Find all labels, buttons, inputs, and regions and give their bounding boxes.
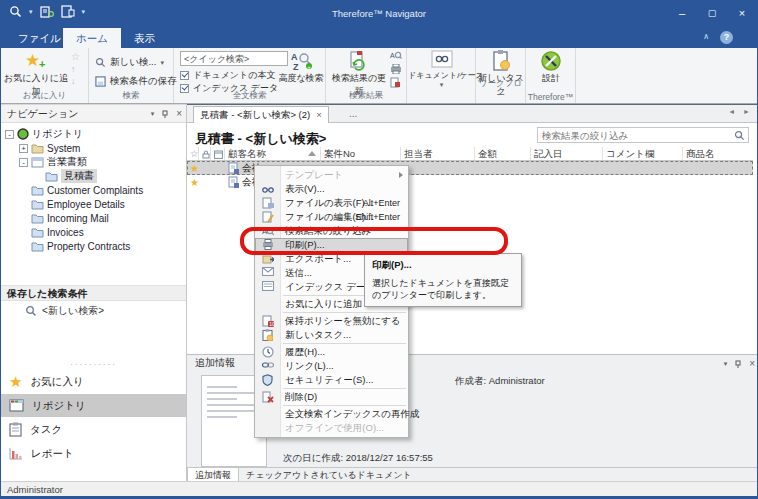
tree-item-sales-docs[interactable]: - 営業書類	[1, 155, 186, 169]
search-icon[interactable]	[734, 130, 745, 141]
saved-search-new[interactable]: <新しい検索>	[1, 303, 186, 318]
minimize-button[interactable]: –	[667, 1, 697, 25]
folder-icon	[31, 143, 44, 154]
nav-button-favorites[interactable]: ★ お気に入り	[1, 370, 186, 393]
tree-item-property-contracts[interactable]: Property Contracts	[1, 239, 186, 253]
menu-item-edit-file[interactable]: ファイルの編集(E)...Shift+Enter	[255, 210, 408, 224]
ribbon-group-workflow: 新しいタスク ワークフロー	[476, 48, 526, 103]
filter-input[interactable]	[538, 128, 728, 142]
menu-item-delete[interactable]: 削除(D)	[255, 390, 408, 404]
panel-tab-additional-info[interactable]: 追加情報	[187, 468, 239, 482]
tree-item-customer-complaints[interactable]: Customer Complaints	[1, 183, 186, 197]
svg-text:+: +	[307, 64, 311, 70]
tab-view[interactable]: 表示	[121, 28, 168, 48]
file-edit-icon	[262, 211, 274, 223]
nav-button-reports[interactable]: レポート	[1, 442, 186, 465]
folder-icon	[45, 171, 58, 182]
panel-splitter[interactable]: ··········	[1, 360, 186, 369]
retention-policy-icon: 10	[262, 315, 274, 327]
report-chart-icon	[9, 447, 23, 460]
nav-button-repository[interactable]: リポジトリ	[1, 394, 186, 417]
menu-item-view[interactable]: 表示(V)...	[255, 182, 408, 196]
menu-item-use-offline[interactable]: オフラインで使用(O)...	[255, 421, 408, 435]
menu-item-link[interactable]: リンク(L)...	[255, 359, 408, 373]
clipboard-icon	[9, 422, 22, 437]
collapse-ribbon-icon[interactable]: ∧	[703, 32, 709, 41]
submenu-arrow-icon	[399, 172, 403, 178]
tree-item-quotation[interactable]: 見積書	[1, 169, 186, 183]
column-product[interactable]: 商品名	[683, 147, 753, 160]
column-date[interactable]	[211, 147, 225, 160]
category-icon	[31, 157, 44, 168]
close-panel-icon[interactable]: ×	[176, 105, 182, 123]
menu-item-new-task[interactable]: 新しいタスク...	[255, 328, 408, 342]
ribbon-group-fulltext: ドキュメントの本文 インデックス データ AZ+ 高度な検索 全文検索	[174, 48, 326, 103]
pin-icon[interactable]	[734, 360, 742, 369]
tree-item-employee-details[interactable]: Employee Details	[1, 197, 186, 211]
column-case-no[interactable]: 案件No	[321, 147, 401, 160]
tree-item-incoming-mail[interactable]: Incoming Mail	[1, 211, 186, 225]
move-down-icon[interactable]: ↓	[71, 76, 80, 86]
print-results-icon[interactable]	[390, 64, 402, 74]
tab-home[interactable]: ホーム	[63, 28, 121, 48]
column-comment[interactable]: コメント欄	[603, 147, 683, 160]
panel-dropdown-icon[interactable]: ▾	[724, 356, 728, 372]
close-tab-icon[interactable]: ×	[316, 107, 322, 123]
column-entry-date[interactable]: 記入日	[531, 147, 603, 160]
expander-icon[interactable]: -	[5, 130, 14, 139]
folder-icon	[31, 227, 44, 238]
creator-field: 作成者: Administrator	[455, 375, 545, 388]
close-panel-icon[interactable]: ×	[749, 356, 755, 372]
close-button[interactable]: ×	[727, 1, 757, 25]
panel-tab-checked-out[interactable]: チェックアウトされているドキュメント	[239, 468, 419, 482]
save-search-button[interactable]: 検索条件の保存	[95, 75, 177, 88]
document-body-checkbox[interactable]: ドキュメントの本文	[180, 69, 275, 82]
help-icon[interactable]: ?	[720, 31, 733, 44]
pin-icon[interactable]	[161, 110, 169, 119]
column-star[interactable]: ☆	[187, 147, 199, 160]
column-customer[interactable]: 顧客名称	[225, 147, 321, 160]
favorite-star-icon[interactable]: ★	[187, 163, 199, 174]
app-title: Therefore™ Navigator	[1, 8, 757, 19]
column-person[interactable]: 担当者	[401, 147, 475, 160]
expander-icon[interactable]: +	[19, 144, 28, 153]
print-tooltip: 印刷(P)... 選択したドキュメントを直接既定のプリンターで印刷します。	[364, 253, 522, 307]
menu-item-security[interactable]: セキュリティー(S)...	[255, 373, 408, 387]
advanced-search-button[interactable]: AZ+ 高度な検索	[278, 50, 324, 85]
nav-button-tasks[interactable]: タスク	[1, 418, 186, 441]
tree-item-repository[interactable]: - リポジトリ	[1, 127, 186, 141]
tab-scroll-arrows[interactable]: ◄ ►	[728, 108, 753, 115]
menu-item-view-file[interactable]: ファイルの表示(F)...Alt+Enter	[255, 196, 408, 210]
expander-icon[interactable]: -	[19, 158, 28, 167]
panel-dropdown-icon[interactable]: ▾	[151, 105, 155, 123]
design-button[interactable]: 設計	[527, 50, 575, 85]
menu-item-template[interactable]: テンプレート	[255, 168, 408, 182]
menu-item-rebuild-index[interactable]: 全文検索インデックスの再作成	[255, 407, 408, 421]
link-icon	[262, 360, 274, 372]
column-lock[interactable]	[199, 147, 211, 160]
tree-item-system[interactable]: + System	[1, 141, 186, 155]
index-data-icon	[262, 281, 274, 293]
menu-item-history[interactable]: 履歴(H)...	[255, 345, 408, 359]
move-up-icon[interactable]: ↑	[71, 64, 80, 74]
document-icon	[228, 176, 239, 188]
result-tab[interactable]: 見積書 - <新しい検索> (2) ×	[193, 106, 329, 123]
maximize-button[interactable]: ▢	[697, 1, 727, 25]
created-date-field: 次の日に作成: 2018/12/27 16:57:55	[283, 452, 433, 465]
menu-separator	[283, 405, 406, 406]
column-amount[interactable]: 金額	[475, 147, 531, 160]
ribbon-tab-strip: ファイル ホーム 表示	[1, 28, 757, 48]
export-results-icon[interactable]	[390, 77, 402, 88]
quick-search-input[interactable]	[180, 51, 288, 66]
svg-text:10: 10	[269, 321, 274, 327]
document-case-button[interactable]: ドキュメント/ケース ▾	[408, 50, 475, 89]
favorite-star-icon[interactable]: ★	[187, 177, 199, 188]
menu-item-disable-retention[interactable]: 10保持ポリシーを無効にする	[255, 314, 408, 328]
svg-text:A: A	[390, 52, 395, 59]
remove-favorite-icon[interactable]: ☆	[71, 51, 80, 62]
tree-item-invoices[interactable]: Invoices	[1, 225, 186, 239]
tab-overflow[interactable]: ...	[349, 108, 357, 119]
find-in-results-icon[interactable]: A	[390, 50, 402, 61]
title-bar: ▾ ▾ Therefore™ Navigator – ▢ ×	[1, 1, 757, 28]
new-search-button[interactable]: 新しい検...▾	[95, 56, 164, 69]
